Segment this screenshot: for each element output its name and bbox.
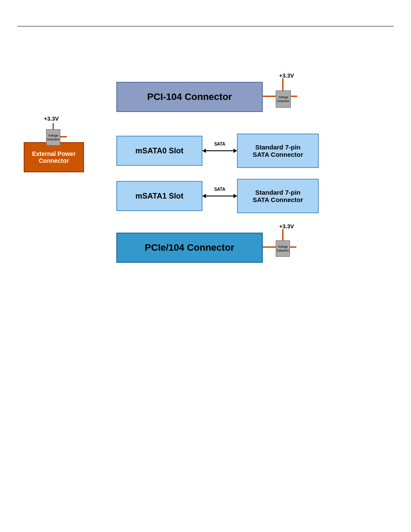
sata0-label: SATA [214, 142, 225, 146]
msata1-box: mSATA1 Slot [116, 181, 202, 211]
sata-conn1-box: Standard 7-pin SATA Connector [237, 179, 319, 213]
pci104-voltage-box: Voltage Selection [276, 90, 291, 108]
pci104-box: PCI-104 Connector [116, 82, 263, 112]
diagram-area: PCI-104 Connector +3.3V Voltage Selectio… [17, 43, 394, 532]
pci104-h-arm [291, 96, 297, 97]
pcie104-h-arm [290, 246, 296, 248]
pcie104-voltage-box: Voltage Selection [276, 240, 290, 257]
pcie104-voltage-label: +3.3V [279, 223, 294, 230]
sata-conn0-box: Standard 7-pin SATA Connector [237, 134, 319, 168]
top-rule [17, 26, 394, 27]
sata0-arrow-container: SATA [202, 147, 237, 154]
external-power-box: External Power Connector [24, 142, 84, 172]
sata1-arrow-container: SATA [202, 193, 237, 199]
pcie104-box: PCIe/104 Connector [116, 233, 263, 263]
pci104-label: PCI-104 Connector [147, 91, 232, 103]
msata0-box: mSATA0 Slot [116, 136, 202, 166]
ext-power-voltage-label: +3.3V [44, 115, 59, 122]
pci104-voltage-label: +3.3V [279, 72, 294, 79]
ext-power-voltage-box: Voltage Selection [46, 129, 60, 146]
ext-power-h-arm-right [60, 136, 67, 137]
sata1-label: SATA [214, 187, 225, 192]
